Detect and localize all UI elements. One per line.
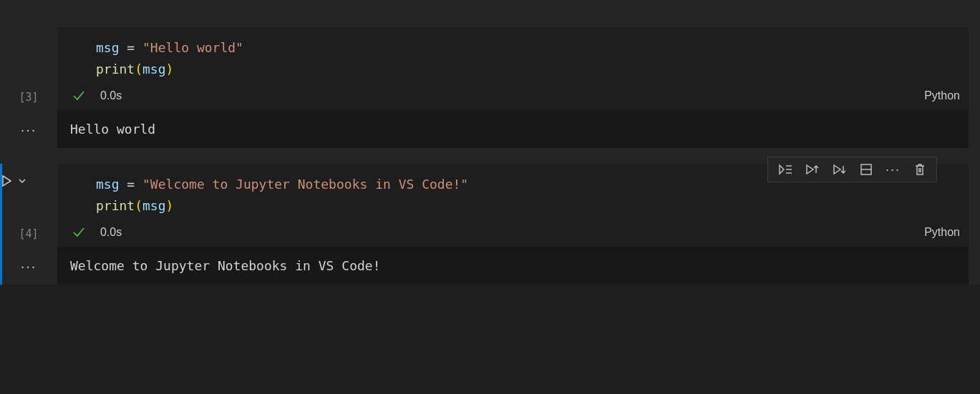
token-function: print <box>96 61 135 77</box>
notebook-cell[interactable]: ··· ms <box>0 164 980 285</box>
success-check-icon <box>72 225 86 240</box>
notebook-cell[interactable]: msg = "Hello world" print(msg) [3] 0.0s … <box>0 0 980 148</box>
token-paren: ) <box>166 61 174 77</box>
token-function: print <box>96 198 135 213</box>
cell-gutter-exec: [4] <box>0 221 57 247</box>
token-paren: ( <box>135 61 142 77</box>
token-operator: = <box>120 40 143 55</box>
code-editor[interactable]: msg = "Hello world" print(msg) <box>57 27 969 84</box>
token-variable: msg <box>142 61 166 77</box>
cell-output[interactable]: Welcome to Jupyter Notebooks in VS Code! <box>57 247 969 285</box>
token-paren: ( <box>135 198 142 213</box>
cell-language-label[interactable]: Python <box>924 89 960 102</box>
execute-below-icon[interactable] <box>833 163 847 176</box>
delete-cell-icon[interactable] <box>913 163 926 176</box>
bottom-strip <box>0 300 980 322</box>
token-variable: msg <box>142 198 166 213</box>
cell-output[interactable]: Hello world <box>57 110 969 148</box>
token-variable: msg <box>96 40 120 55</box>
cell-gutter-output[interactable]: ··· <box>0 110 57 148</box>
token-variable: msg <box>96 177 120 192</box>
cell-toolbar: ··· <box>767 157 937 182</box>
cell-gutter-output[interactable]: ··· <box>0 247 57 285</box>
cell-status-bar: 0.0s Python <box>57 84 969 110</box>
more-actions-icon[interactable]: ··· <box>886 166 901 173</box>
execution-time: 0.0s <box>100 89 122 102</box>
execution-count: [4] <box>19 227 38 240</box>
token-paren: ) <box>166 198 174 213</box>
cell-gutter <box>0 27 57 84</box>
code-line[interactable]: print(msg) <box>57 195 969 217</box>
token-operator: = <box>120 177 143 192</box>
execute-above-icon[interactable] <box>805 163 820 176</box>
cell-status-bar: 0.0s Python <box>57 221 969 247</box>
token-string: "Hello world" <box>142 40 243 55</box>
execution-time: 0.0s <box>100 226 122 239</box>
code-line[interactable]: print(msg) <box>57 59 969 80</box>
run-by-line-icon[interactable] <box>778 163 792 176</box>
notebook-container: msg = "Hello world" print(msg) [3] 0.0s … <box>0 0 980 285</box>
success-check-icon <box>72 89 86 103</box>
more-actions-icon[interactable]: ··· <box>21 126 37 133</box>
execution-count: [3] <box>19 91 38 104</box>
token-string: "Welcome to Jupyter Notebooks in VS Code… <box>142 177 468 192</box>
cell-gutter <box>0 164 57 221</box>
split-cell-icon[interactable] <box>860 163 873 176</box>
chevron-down-icon[interactable] <box>17 176 27 186</box>
cell-gutter-exec: [3] <box>0 84 57 110</box>
code-line[interactable]: msg = "Hello world" <box>57 37 969 59</box>
cell-language-label[interactable]: Python <box>924 226 960 239</box>
more-actions-icon[interactable]: ··· <box>21 262 37 270</box>
run-cell-icon[interactable] <box>0 174 13 187</box>
